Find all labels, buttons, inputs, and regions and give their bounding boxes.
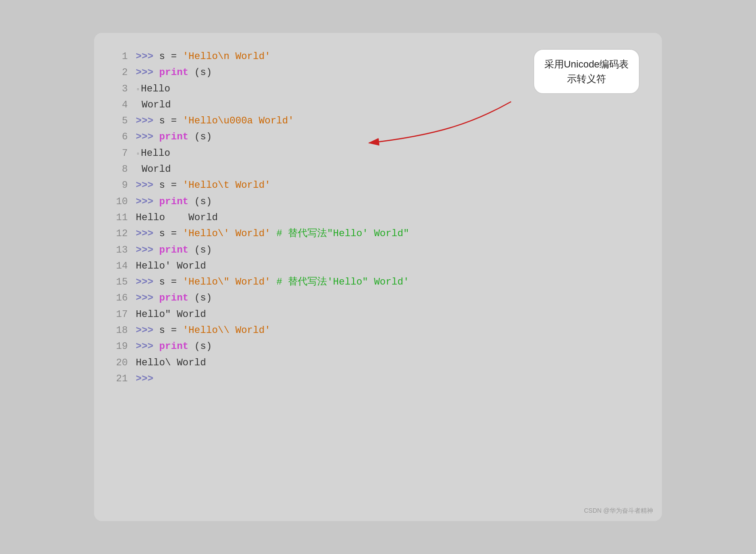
code-line-13: 13 >>> print (s): [112, 242, 644, 258]
line-content: >>> print (s): [136, 242, 212, 258]
line-number: 14: [112, 258, 128, 274]
code-line-8: 8 World: [112, 162, 644, 178]
code-line-20: 20 Hello\ World: [112, 355, 644, 371]
line-number: 13: [112, 242, 128, 258]
line-content: >>> s = 'Hello\n World': [136, 49, 271, 65]
main-container: 采用Unicode编码表示转义符 1 >>> s = 'Hello\n Worl…: [94, 33, 662, 521]
line-number: 15: [112, 274, 128, 290]
code-line-6: 6 >>> print (s): [112, 129, 644, 145]
code-line-19: 19 >>> print (s): [112, 339, 644, 355]
line-content: >>> s = 'Hello\t World': [136, 178, 271, 194]
line-content: Hello' World: [136, 258, 206, 274]
code-line-14: 14 Hello' World: [112, 258, 644, 274]
code-line-16: 16 >>> print (s): [112, 290, 644, 306]
annotation-bubble: 采用Unicode编码表示转义符: [533, 49, 640, 94]
line-number: 8: [112, 162, 128, 178]
line-number: 1: [112, 49, 128, 65]
line-content: World: [136, 162, 171, 178]
line-number: 7: [112, 146, 128, 162]
line-number: 2: [112, 65, 128, 81]
line-content: Hello: [141, 146, 170, 162]
line-number: 11: [112, 210, 128, 226]
line-content: >>> s = 'Hello\u000a World': [136, 113, 294, 129]
line-number: 17: [112, 307, 128, 323]
line-number: 5: [112, 113, 128, 129]
line-number: 16: [112, 290, 128, 306]
line-number: 6: [112, 129, 128, 145]
code-line-12: 12 >>> s = 'Hello\' World' # 替代写法"Hello'…: [112, 226, 644, 242]
line-content: World: [136, 97, 171, 113]
line-number: 4: [112, 97, 128, 113]
line-number: 20: [112, 355, 128, 371]
code-line-5: 5 >>> s = 'Hello\u000a World': [112, 113, 644, 129]
code-line-7: 7 ▫ Hello: [112, 146, 644, 162]
line-number: 9: [112, 178, 128, 194]
annotation-text: 采用Unicode编码表示转义符: [544, 59, 629, 84]
code-line-9: 9 >>> s = 'Hello\t World': [112, 178, 644, 194]
code-line-4: 4 World: [112, 97, 644, 113]
line-content: >>> print (s): [136, 290, 212, 306]
watermark: CSDN @华为奋斗者精神: [584, 507, 653, 515]
line-content: Hello\ World: [136, 355, 206, 371]
code-line-10: 10 >>> print (s): [112, 194, 644, 210]
line-content: >>> print (s): [136, 65, 212, 81]
line-content: Hello" World: [136, 307, 206, 323]
square-marker: ▫: [136, 148, 140, 160]
line-number: 3: [112, 81, 128, 97]
code-line-21: 21 >>>: [112, 371, 644, 387]
line-number: 19: [112, 339, 128, 355]
square-marker: ▫: [136, 84, 140, 95]
line-content: >>>: [136, 371, 154, 387]
code-line-17: 17 Hello" World: [112, 307, 644, 323]
line-number: 21: [112, 371, 128, 387]
line-content: >>> s = 'Hello\" World' # 替代写法'Hello" Wo…: [136, 274, 409, 290]
line-content: >>> s = 'Hello\' World' # 替代写法"Hello' Wo…: [136, 226, 409, 242]
line-content: Hello: [141, 81, 170, 97]
line-content: Hello World: [136, 210, 218, 226]
line-number: 10: [112, 194, 128, 210]
code-line-11: 11 Hello World: [112, 210, 644, 226]
line-content: >>> print (s): [136, 339, 212, 355]
line-number: 12: [112, 226, 128, 242]
line-number: 18: [112, 323, 128, 339]
line-content: >>> print (s): [136, 129, 212, 145]
line-content: >>> print (s): [136, 194, 212, 210]
code-line-15: 15 >>> s = 'Hello\" World' # 替代写法'Hello"…: [112, 274, 644, 290]
code-block: 1 >>> s = 'Hello\n World' 2 >>> print (s…: [112, 49, 644, 387]
line-content: >>> s = 'Hello\\ World': [136, 323, 271, 339]
code-line-18: 18 >>> s = 'Hello\\ World': [112, 323, 644, 339]
